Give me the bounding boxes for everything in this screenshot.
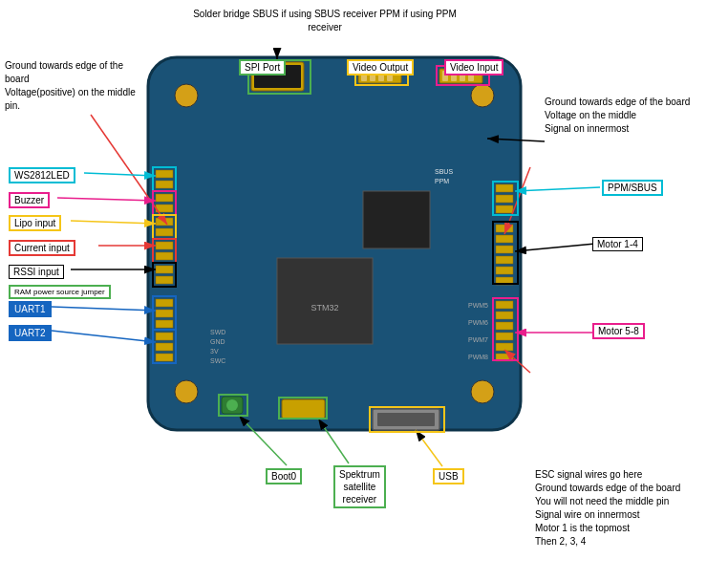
svg-line-86 <box>504 350 530 373</box>
svg-rect-65 <box>282 399 325 419</box>
svg-line-88 <box>318 419 349 463</box>
svg-rect-55 <box>496 301 513 309</box>
svg-text:SBUS: SBUS <box>435 168 453 175</box>
svg-rect-43 <box>496 195 513 203</box>
svg-rect-57 <box>496 322 513 330</box>
current-input-label: Current input <box>9 240 75 256</box>
svg-rect-35 <box>156 276 173 284</box>
svg-rect-98 <box>153 215 176 239</box>
svg-rect-105 <box>370 407 444 432</box>
motor-5-8-label: Motor 5-8 <box>592 323 645 339</box>
svg-point-64 <box>226 399 238 411</box>
svg-line-75 <box>504 167 530 234</box>
svg-rect-28 <box>156 194 173 202</box>
svg-rect-104 <box>279 398 327 419</box>
buzzer-label: Buzzer <box>9 192 50 208</box>
svg-rect-46 <box>496 235 513 243</box>
svg-point-9 <box>175 380 198 403</box>
ppm-sbus-label: PPM/SBUS <box>602 180 663 196</box>
svg-line-72 <box>91 115 167 225</box>
svg-rect-58 <box>496 333 513 340</box>
svg-line-89 <box>416 430 442 466</box>
svg-rect-6 <box>148 57 521 430</box>
motor-1-4-label: Motor 1-4 <box>592 237 643 251</box>
svg-text:PWM7: PWM7 <box>468 336 488 343</box>
top-right-annotation: Ground towards edge of the boardVoltage … <box>545 96 721 136</box>
svg-rect-39 <box>156 333 173 340</box>
svg-rect-48 <box>496 256 513 264</box>
video-input-label: Video Input <box>444 59 503 75</box>
svg-rect-25 <box>363 191 430 248</box>
svg-rect-23 <box>277 258 373 344</box>
svg-rect-29 <box>156 204 173 212</box>
lipo-input-label: Lipo input <box>9 215 61 231</box>
svg-rect-100 <box>153 263 176 287</box>
svg-rect-42 <box>496 184 513 192</box>
svg-rect-56 <box>496 312 513 319</box>
svg-line-87 <box>239 416 287 465</box>
svg-rect-97 <box>153 191 176 215</box>
svg-rect-32 <box>156 242 173 249</box>
svg-rect-62 <box>377 413 435 426</box>
uart2-label: UART2 <box>9 325 52 341</box>
svg-rect-59 <box>496 343 513 351</box>
svg-rect-47 <box>496 246 513 253</box>
svg-rect-96 <box>153 167 176 191</box>
svg-rect-63 <box>222 397 243 414</box>
svg-rect-37 <box>156 310 173 317</box>
svg-line-77 <box>57 198 156 201</box>
video-output-label: Video Output <box>347 59 414 75</box>
top-center-annotation: Solder bridge SBUS if using SBUS receive… <box>191 8 459 34</box>
top-left-annotation: Ground towards edge of the boardVoltage(… <box>5 59 139 113</box>
svg-rect-94 <box>493 222 518 284</box>
spi-port-label: SPI Port <box>239 59 286 75</box>
rssi-input-label: RSSI input <box>9 265 64 279</box>
svg-text:PWM8: PWM8 <box>468 354 488 360</box>
svg-rect-36 <box>156 299 173 307</box>
svg-line-76 <box>84 173 156 176</box>
svg-rect-33 <box>156 252 173 260</box>
svg-point-10 <box>471 380 494 403</box>
usb-label: USB <box>433 468 464 484</box>
svg-line-74 <box>487 139 545 141</box>
svg-point-7 <box>175 84 198 107</box>
svg-rect-50 <box>496 277 513 285</box>
svg-rect-38 <box>156 320 173 328</box>
svg-text:PWM6: PWM6 <box>468 319 488 326</box>
uart1-label: UART1 <box>9 301 52 317</box>
svg-line-84 <box>515 244 595 251</box>
svg-rect-34 <box>156 266 173 273</box>
svg-rect-26 <box>156 170 173 178</box>
svg-rect-41 <box>156 354 173 361</box>
svg-rect-27 <box>156 181 173 188</box>
svg-rect-93 <box>493 182 518 215</box>
svg-text:PPM: PPM <box>435 178 449 184</box>
svg-rect-45 <box>496 225 513 232</box>
svg-line-78 <box>71 221 156 224</box>
svg-rect-95 <box>493 298 518 360</box>
svg-rect-61 <box>373 409 439 430</box>
svg-rect-101 <box>153 296 176 330</box>
svg-rect-102 <box>153 330 176 363</box>
spektrum-label: Spektrumsatellitereceiver <box>333 465 386 508</box>
ram-jumper-label: RAM power source jumper <box>9 285 111 299</box>
svg-text:SWC: SWC <box>210 357 225 364</box>
svg-rect-99 <box>153 239 176 263</box>
svg-rect-60 <box>496 354 513 361</box>
ws2812led-label: WS2812LED <box>9 167 75 183</box>
boot0-label: Boot0 <box>266 468 302 484</box>
svg-point-8 <box>471 84 494 107</box>
bottom-right-annotation: ESC signal wires go hereGround towards e… <box>535 468 721 549</box>
svg-rect-44 <box>496 205 513 213</box>
svg-text:3V: 3V <box>210 348 219 355</box>
svg-rect-103 <box>219 395 247 416</box>
svg-rect-31 <box>156 228 173 236</box>
svg-line-81 <box>52 307 156 311</box>
svg-line-83 <box>515 187 600 191</box>
svg-line-82 <box>52 331 156 342</box>
svg-rect-40 <box>156 343 173 351</box>
svg-rect-49 <box>496 267 513 274</box>
svg-rect-30 <box>156 218 173 226</box>
svg-text:PWM5: PWM5 <box>468 302 488 309</box>
svg-text:STM32: STM32 <box>310 303 338 312</box>
